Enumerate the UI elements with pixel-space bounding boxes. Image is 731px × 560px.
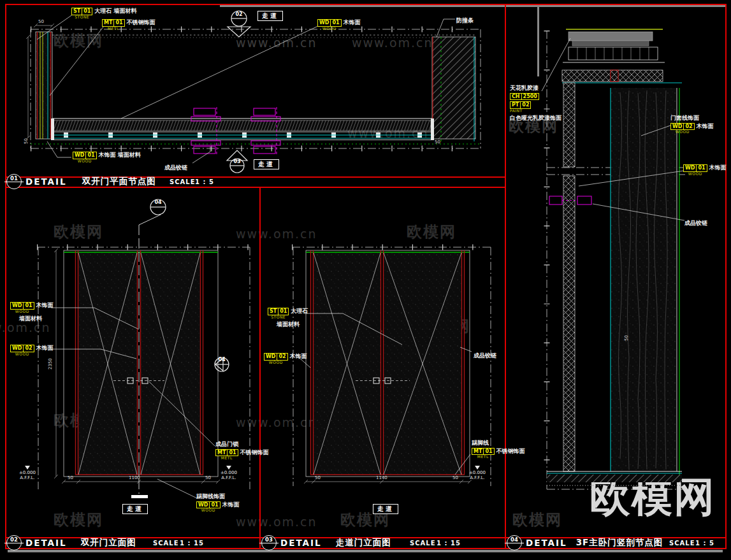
- detail-03-title: 走道门立面图: [336, 537, 391, 549]
- detail-03-word: DETAIL: [280, 538, 322, 548]
- detail-01-scale: 1 : 5: [195, 178, 214, 185]
- titlebar01-bottom-rule: [5, 187, 505, 188]
- plan-marker-03-number: 03: [229, 159, 245, 164]
- section-door-head: [562, 70, 682, 83]
- plan-note-wood: WD01 WOOD 木饰面: [317, 19, 361, 31]
- elev2-level-right: ±0.000A.F.F.L.: [469, 466, 486, 480]
- elev1-view-tag: 走道: [122, 504, 148, 514]
- plan-door-hardware-magenta: [191, 107, 280, 155]
- elev1-level-left: ±0.000A.F.F.L.: [19, 466, 36, 480]
- frame-divider-elevations: [259, 187, 261, 549]
- cad-sheet: 欧模网www.om.cnwww.om.cnwww.om.cn欧模网欧模网www.…: [0, 0, 731, 560]
- detail-02-bubble: 02: [6, 535, 22, 550]
- plan-marker-02-number: 02: [231, 12, 247, 17]
- elev2-note-stone: ST01 STONE 大理石 墙面材料: [268, 308, 308, 328]
- plan-note-bumper: 防撞条: [456, 13, 474, 25]
- section-note-hinge: 成品铰链: [684, 215, 707, 227]
- plan-linework: [0, 0, 505, 176]
- section-ceiling: [563, 29, 665, 62]
- viewport-edge-bottom: [8, 550, 723, 552]
- detail-04-scale: 1 : 5: [695, 540, 714, 547]
- plan-note-steel: MT01 METL 不锈钢饰面: [102, 19, 156, 31]
- section-door-panel: [611, 88, 679, 475]
- elev1-dim-left: 50: [68, 476, 73, 480]
- elev1-note-lock: 成品门锁 MT01 METL 不锈钢饰面: [215, 441, 269, 461]
- elev2-dim-left: 50: [315, 476, 321, 480]
- elev2-dim-mid: 1140: [376, 476, 387, 480]
- plan-dim-right: 50: [435, 140, 440, 145]
- titlebar-04: 04 DETAIL 3F主卧门竖剖节点图 SCALE 1 : 5: [507, 538, 725, 548]
- section-floor: [547, 471, 682, 485]
- detail-02-word: DETAIL: [25, 538, 67, 548]
- detail-04-word: DETAIL: [526, 538, 567, 548]
- frame-top: [5, 4, 727, 5]
- titlebar-01: 01 DETAIL 双开门平面节点图 SCALE 1 : 5: [6, 177, 504, 186]
- plan-view-tag-top: 走道: [257, 11, 283, 21]
- frame-right: [725, 4, 727, 549]
- plan-dim-left: 50: [24, 138, 29, 144]
- elev1-dim-right: 50: [205, 476, 211, 480]
- detail-04-bubble: 04: [507, 535, 522, 550]
- elev2-note-hinge: 成品铰链: [474, 348, 496, 360]
- plan-dim-top: 50: [38, 20, 44, 24]
- detail-01-word: DETAIL: [25, 176, 67, 187]
- detail-01-scale-label: SCALE: [170, 178, 195, 185]
- elev2-door: [306, 250, 470, 477]
- detail-04-scale-label: SCALE: [669, 540, 695, 547]
- plan-door-leaf-section: [31, 118, 481, 144]
- plan-note-hinge: 成品铰链: [164, 160, 187, 172]
- detail-01-title: 双开门平面节点图: [82, 176, 156, 187]
- detail-01-bubble: 01: [6, 174, 22, 189]
- elev1-level-right: ±0.000A.F.F.L.: [221, 466, 237, 480]
- section-dim-50: 50: [625, 335, 629, 341]
- titlebar-02: 02 DETAIL 双开门立面图 SCALE 1 : 15: [6, 538, 258, 548]
- elev1-note-skirting: 踢脚线饰面 WD01 WOOD 木饰面: [196, 493, 240, 513]
- detail-03-scale-label: SCALE: [410, 540, 435, 547]
- section-note-wood: WD01 WOOD 木饰面: [683, 164, 727, 176]
- elev1-note-wd01: WD01 WOOD 木饰面 墙面材料: [10, 302, 54, 322]
- plan-note-wood-wall: WD01 WOOD 木饰面 墙面材料: [73, 152, 141, 163]
- viewport-edge-top: [220, 5, 727, 7]
- elev1-dim-height: 2350: [48, 358, 53, 370]
- plan-wall-beyond: [37, 35, 475, 38]
- viewport-edge-vertical: [537, 5, 539, 76]
- plan-note-stone: ST01 STONE 大理石 墙面材料: [71, 8, 137, 19]
- section-frame-strip: [563, 83, 575, 471]
- elev1-door: [64, 250, 218, 477]
- section-linework: [505, 0, 731, 537]
- elev2-dims: [304, 480, 472, 484]
- frame-divider-vertical: [505, 4, 506, 549]
- detail-03-scale: 1 : 15: [437, 540, 461, 547]
- level-triangle-icon: [25, 466, 30, 470]
- level-triangle-icon: [475, 466, 480, 470]
- elev1-dim-mid: 1100: [129, 476, 140, 480]
- section-note-casing: 门套线饰面 WD02 WOOD 木饰面: [670, 115, 714, 134]
- detail-03-bubble: 03: [261, 535, 277, 550]
- plan-left-jamb-wall: [36, 32, 52, 139]
- elev2-view-tag: 走道: [373, 504, 398, 514]
- elev2-dim-right: 50: [452, 476, 458, 480]
- elev2-note-skirting: 踢脚线 MT01 METL 不锈钢饰面: [472, 440, 525, 459]
- plan-right-wall-hatch: [432, 37, 475, 141]
- elev1-note-wd02: WD02 WOOD 木饰面: [10, 345, 54, 356]
- detail-02-title: 双开门立面图: [81, 537, 136, 549]
- detail-02-scale-label: SCALE: [153, 540, 178, 547]
- level-triangle-icon: [226, 466, 231, 470]
- elev2-note-wd02: WD02 WOOD 木饰面: [264, 353, 307, 364]
- section-note-ceiling: 天花乳胶漆 CH2500 PT02 PAINT 白色哑光乳胶漆饰面: [510, 85, 571, 121]
- detail-02-scale: 1 : 15: [180, 540, 204, 547]
- titlebar-03: 03 DETAIL 走道门立面图 SCALE 1 : 15: [261, 538, 503, 548]
- elev1-marker-side-number: 04: [214, 357, 230, 363]
- frame-left: [5, 4, 6, 549]
- detail-04-title: 3F主卧门竖剖节点图: [576, 537, 663, 549]
- elev1-marker-top-number: 04: [150, 200, 166, 205]
- plan-view-tag-bottom: 走道: [254, 159, 279, 169]
